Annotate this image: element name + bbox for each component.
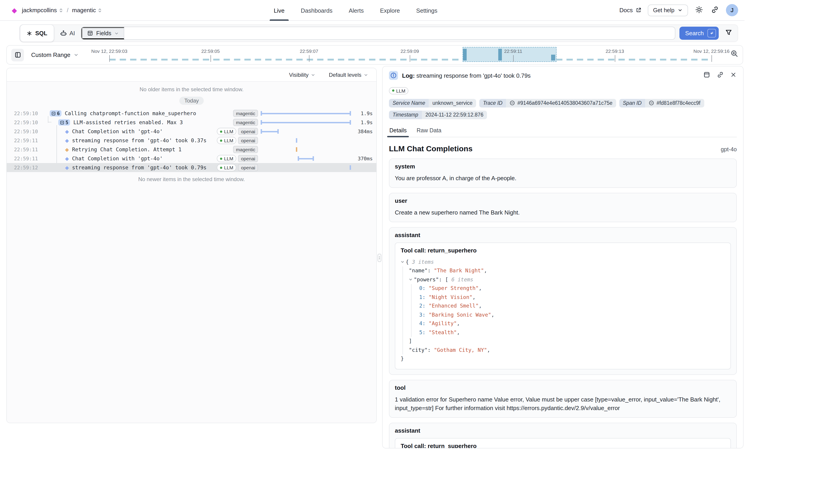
log-row[interactable]: 22:59:11 ◆ Chat Completion with 'gpt-4o'… [7, 154, 376, 163]
tab-alerts[interactable]: Alerts [349, 0, 364, 21]
sql-label: SQL [35, 30, 47, 37]
tool-call-card: Tool call: return_superhero { 3 items "n… [395, 438, 731, 449]
green-dot-icon [220, 139, 222, 142]
project-name: magentic [72, 7, 96, 14]
custom-range-button[interactable]: Custom Range [28, 51, 81, 59]
detail-tabs: Details Raw Data [389, 125, 737, 137]
histogram-bar [463, 49, 467, 61]
dock-panel-button[interactable] [703, 71, 711, 80]
table-grid-icon [87, 30, 93, 36]
duration-bar [261, 163, 351, 172]
custom-range-label: Custom Range [31, 51, 70, 58]
llm-badge: LLM [389, 87, 409, 94]
tool-call-card: Tool call: return_superhero { 3 items "n… [395, 242, 731, 369]
tool-call-json: { 3 items "name":"The Bark Night", "powe… [401, 258, 725, 363]
fields-button[interactable]: Fields [81, 27, 124, 39]
green-dot-icon [220, 166, 222, 169]
zoom-to-selection-button[interactable] [730, 49, 739, 59]
json-collapse-icon[interactable] [401, 260, 404, 264]
splitter-grip[interactable] [378, 254, 381, 262]
collapse-count-badge[interactable]: 6 [50, 110, 62, 117]
query-input-group: Fields [81, 27, 675, 40]
sidebar-left-icon [14, 51, 21, 58]
scope-badge: openai [238, 137, 258, 144]
funnel-icon [725, 29, 732, 36]
log-row[interactable]: 22:59:10 5 LLM-assisted retries enabled.… [7, 118, 376, 127]
duration-bar [261, 145, 351, 154]
scope-badge: openai [238, 155, 258, 162]
up-down-chevrons-icon [59, 7, 63, 13]
close-detail-button[interactable] [730, 71, 737, 80]
timeline-track[interactable]: Nov 12, 22:59:03 22:59:05 22:59:07 22:59… [103, 46, 724, 64]
tab-dashboards[interactable]: Dashboards [301, 0, 332, 21]
log-row[interactable]: 22:59:10 ◆ Chat Completion with 'gpt-4o'… [7, 127, 376, 136]
log-row[interactable]: 22:59:11 ◆ streaming response from 'gpt-… [7, 136, 376, 145]
visibility-dropdown[interactable]: Visibility [286, 71, 318, 78]
minus-square-icon [60, 120, 64, 124]
sun-icon [695, 6, 703, 13]
main-nav-tabs: Live Dashboards Alerts Explore Settings [274, 0, 437, 21]
timeline-tick-label: Nov 12, 22:59:16 [693, 48, 730, 54]
green-dot-icon [220, 158, 222, 160]
log-row[interactable]: 22:59:10 6 Calling chatprompt-function m… [7, 109, 376, 118]
sql-mode-button[interactable]: SQL [20, 24, 54, 42]
org-selector[interactable]: jackmpcollins [21, 6, 64, 15]
llm-badge: LLM [217, 137, 237, 144]
llm-badge: LLM [217, 164, 237, 171]
logfire-logo-icon: ◆ [12, 7, 17, 14]
user-avatar[interactable]: J [726, 4, 738, 16]
trace-id-pill[interactable]: Trace ID #9146a6974e4e6140538043607a71c7… [479, 99, 616, 107]
blue-diamond-icon: ◆ [65, 165, 69, 170]
tab-details[interactable]: Details [389, 125, 407, 137]
search-label: Search [685, 30, 704, 37]
project-selector[interactable]: magentic [71, 6, 103, 15]
link-icon [649, 100, 654, 106]
no-newer-items-notice: No newer items in the selected time wind… [7, 176, 376, 183]
collapse-timeline-button[interactable] [11, 49, 24, 61]
span-id-pill[interactable]: Span ID #fd81e8f78c4ecc9f [619, 99, 704, 107]
detail-actions [703, 71, 737, 80]
orange-diamond-icon: ◆ [65, 147, 69, 152]
copy-link-button[interactable] [716, 71, 724, 80]
tab-settings[interactable]: Settings [416, 0, 437, 21]
default-levels-dropdown[interactable]: Default levels [326, 71, 371, 78]
log-detail-panel: Log: streaming response from 'gpt-4o' to… [382, 66, 743, 449]
message-card-tool: tool 1 validation error for Superhero na… [389, 380, 737, 417]
search-button[interactable]: Search [680, 27, 719, 40]
collapse-count-badge[interactable]: 5 [58, 119, 70, 125]
json-collapse-icon[interactable] [409, 278, 412, 282]
timeline-tick-label: Nov 12, 22:59:03 [91, 48, 127, 54]
theme-toggle-button[interactable] [694, 5, 704, 16]
log-rows: 22:59:10 6 Calling chatprompt-function m… [7, 109, 376, 172]
panel-splitter[interactable] [377, 68, 382, 449]
duration-bar [261, 154, 351, 163]
search-query-input[interactable] [124, 27, 675, 39]
message-card-assistant: assistant Tool call: return_superhero { … [389, 423, 737, 449]
timeline-panel: Custom Range Nov 12, 22:59:03 22:59:05 2… [6, 45, 743, 65]
llm-badge: LLM [217, 128, 237, 135]
nav-right: Docs Get help J [619, 4, 738, 16]
detail-header: Log: streaming response from 'gpt-4o' to… [389, 71, 737, 80]
scope-badge: openai [238, 128, 258, 135]
get-help-button[interactable]: Get help [647, 4, 688, 16]
ai-mode-button[interactable]: AI [58, 28, 77, 39]
log-row[interactable]: 22:59:11 ◆ Retrying Chat Completion. Att… [7, 145, 376, 154]
minus-square-icon [51, 111, 55, 115]
tab-live[interactable]: Live [274, 0, 285, 21]
docs-link[interactable]: Docs [619, 7, 641, 14]
share-link-button[interactable] [710, 5, 720, 16]
green-dot-icon [392, 90, 395, 92]
link-icon [510, 100, 515, 106]
tab-raw-data[interactable]: Raw Data [416, 125, 442, 137]
blue-diamond-icon: ◆ [65, 129, 69, 134]
model-name: gpt-4o [721, 146, 737, 152]
log-row-selected[interactable]: 22:59:12 ◆ streaming response from 'gpt-… [7, 163, 376, 172]
search-bar: SQL AI Fields Search [19, 24, 738, 42]
detail-title: Log: streaming response from 'gpt-4o' to… [402, 72, 530, 79]
window-panel-icon [704, 71, 710, 78]
filter-button[interactable] [724, 28, 733, 39]
org-name: jackmpcollins [22, 7, 57, 14]
today-pill[interactable]: Today [179, 97, 204, 105]
duration-bar [261, 127, 351, 136]
tab-explore[interactable]: Explore [380, 0, 400, 21]
